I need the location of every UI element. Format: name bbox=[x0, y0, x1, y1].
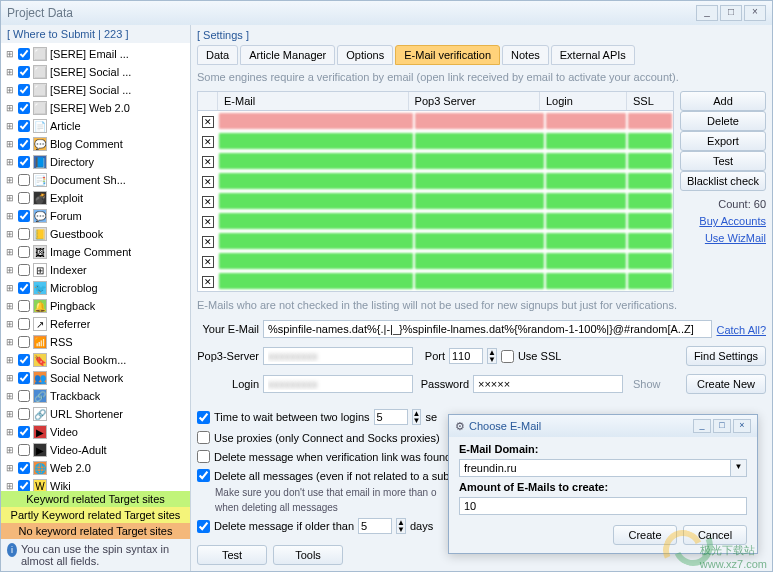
expander-icon[interactable]: ⊞ bbox=[5, 49, 15, 59]
engine-checkbox[interactable] bbox=[18, 210, 30, 222]
table-row[interactable]: ✕ bbox=[198, 131, 673, 151]
tree-item[interactable]: ⊞ W Wiki bbox=[5, 477, 188, 491]
engine-checkbox[interactable] bbox=[18, 120, 30, 132]
delete-older-spinner-icon[interactable]: ▲▼ bbox=[396, 518, 406, 534]
row-checkbox[interactable]: ✕ bbox=[202, 156, 214, 168]
tree-item[interactable]: ⊞ ⬜ [SERE] Social ... bbox=[5, 81, 188, 99]
email-table[interactable]: E-Mail Pop3 Server Login SSL ✕ ✕ ✕ ✕ ✕ ✕ bbox=[197, 91, 674, 292]
engine-checkbox[interactable] bbox=[18, 354, 30, 366]
expander-icon[interactable]: ⊞ bbox=[5, 157, 15, 167]
table-row[interactable]: ✕ bbox=[198, 171, 673, 191]
row-checkbox[interactable]: ✕ bbox=[202, 176, 214, 188]
port-spinner-icon[interactable]: ▲▼ bbox=[487, 348, 497, 364]
tree-item[interactable]: ⊞ 📶 RSS bbox=[5, 333, 188, 351]
tree-item[interactable]: ⊞ ⊞ Indexer bbox=[5, 261, 188, 279]
expander-icon[interactable]: ⊞ bbox=[5, 85, 15, 95]
engine-checkbox[interactable] bbox=[18, 228, 30, 240]
expander-icon[interactable]: ⊞ bbox=[5, 427, 15, 437]
tree-item[interactable]: ⊞ 📄 Article bbox=[5, 117, 188, 135]
row-checkbox[interactable]: ✕ bbox=[202, 216, 214, 228]
find-settings-button[interactable]: Find Settings bbox=[686, 346, 766, 366]
tree-item[interactable]: ⊞ 🔗 URL Shortener bbox=[5, 405, 188, 423]
tab-notes[interactable]: Notes bbox=[502, 45, 549, 65]
expander-icon[interactable]: ⊞ bbox=[5, 211, 15, 221]
expander-icon[interactable]: ⊞ bbox=[5, 391, 15, 401]
tree-item[interactable]: ⊞ ⬜ [SERE] Social ... bbox=[5, 63, 188, 81]
expander-icon[interactable]: ⊞ bbox=[5, 229, 15, 239]
wait-logins-checkbox[interactable] bbox=[197, 411, 210, 424]
expander-icon[interactable]: ⊞ bbox=[5, 283, 15, 293]
expander-icon[interactable]: ⊞ bbox=[5, 175, 15, 185]
engine-checkbox[interactable] bbox=[18, 138, 30, 150]
your-email-input[interactable] bbox=[263, 320, 712, 338]
expander-icon[interactable]: ⊞ bbox=[5, 373, 15, 383]
engine-checkbox[interactable] bbox=[18, 336, 30, 348]
table-row[interactable]: ✕ bbox=[198, 151, 673, 171]
delete-older-value[interactable] bbox=[358, 518, 392, 534]
tree-item[interactable]: ⊞ 💬 Blog Comment bbox=[5, 135, 188, 153]
email-domain-combo[interactable] bbox=[459, 459, 731, 477]
tree-item[interactable]: ⊞ 🖼 Image Comment bbox=[5, 243, 188, 261]
engine-tree[interactable]: ⊞ ⬜ [SERE] Email ...⊞ ⬜ [SERE] Social ..… bbox=[1, 43, 190, 491]
test-button[interactable]: Test bbox=[680, 151, 766, 171]
tab-external-apis[interactable]: External APIs bbox=[551, 45, 635, 65]
tree-item[interactable]: ⊞ 🐦 Microblog bbox=[5, 279, 188, 297]
login-input[interactable] bbox=[263, 375, 413, 393]
expander-icon[interactable]: ⊞ bbox=[5, 67, 15, 77]
tree-item[interactable]: ⊞ 📑 Document Sh... bbox=[5, 171, 188, 189]
table-row[interactable]: ✕ bbox=[198, 251, 673, 271]
expander-icon[interactable]: ⊞ bbox=[5, 301, 15, 311]
blacklist-check-button[interactable]: Blacklist check bbox=[680, 171, 766, 191]
expander-icon[interactable]: ⊞ bbox=[5, 121, 15, 131]
row-checkbox[interactable]: ✕ bbox=[202, 276, 214, 288]
expander-icon[interactable]: ⊞ bbox=[5, 445, 15, 455]
expander-icon[interactable]: ⊞ bbox=[5, 103, 15, 113]
tab-data[interactable]: Data bbox=[197, 45, 238, 65]
password-input[interactable] bbox=[473, 375, 623, 393]
tab-article-manager[interactable]: Article Manager bbox=[240, 45, 335, 65]
col-login[interactable]: Login bbox=[540, 92, 627, 110]
export-button[interactable]: Export bbox=[680, 131, 766, 151]
engine-checkbox[interactable] bbox=[18, 444, 30, 456]
expander-icon[interactable]: ⊞ bbox=[5, 355, 15, 365]
test-button[interactable]: Test bbox=[197, 545, 267, 565]
engine-checkbox[interactable] bbox=[18, 318, 30, 330]
buy-accounts-link[interactable]: Buy Accounts bbox=[680, 213, 766, 227]
tools-button[interactable]: Tools bbox=[273, 545, 343, 565]
engine-checkbox[interactable] bbox=[18, 372, 30, 384]
tree-item[interactable]: ⊞ 📘 Directory bbox=[5, 153, 188, 171]
engine-checkbox[interactable] bbox=[18, 192, 30, 204]
tree-item[interactable]: ⊞ 🔗 Trackback bbox=[5, 387, 188, 405]
engine-checkbox[interactable] bbox=[18, 246, 30, 258]
col-pop3[interactable]: Pop3 Server bbox=[409, 92, 540, 110]
use-proxies-checkbox[interactable] bbox=[197, 431, 210, 444]
table-row[interactable]: ✕ bbox=[198, 271, 673, 291]
tree-item[interactable]: ⊞ 🔔 Pingback bbox=[5, 297, 188, 315]
delete-older-checkbox[interactable] bbox=[197, 520, 210, 533]
delete-button[interactable]: Delete bbox=[680, 111, 766, 131]
dialog-close-button[interactable]: × bbox=[733, 419, 751, 433]
tree-item[interactable]: ⊞ 🔖 Social Bookm... bbox=[5, 351, 188, 369]
tab-options[interactable]: Options bbox=[337, 45, 393, 65]
tree-item[interactable]: ⊞ 👥 Social Network bbox=[5, 369, 188, 387]
port-input[interactable] bbox=[449, 348, 483, 364]
engine-checkbox[interactable] bbox=[18, 174, 30, 186]
wait-logins-spinner-icon[interactable]: ▲▼ bbox=[412, 409, 422, 425]
tree-item[interactable]: ⊞ ▶ Video-Adult bbox=[5, 441, 188, 459]
expander-icon[interactable]: ⊞ bbox=[5, 265, 15, 275]
delete-on-verify-checkbox[interactable] bbox=[197, 450, 210, 463]
row-checkbox[interactable]: ✕ bbox=[202, 236, 214, 248]
table-row[interactable]: ✕ bbox=[198, 211, 673, 231]
engine-checkbox[interactable] bbox=[18, 84, 30, 96]
tree-item[interactable]: ⊞ 🌐 Web 2.0 bbox=[5, 459, 188, 477]
dialog-minimize-button[interactable]: _ bbox=[693, 419, 711, 433]
expander-icon[interactable]: ⊞ bbox=[5, 193, 15, 203]
row-checkbox[interactable]: ✕ bbox=[202, 256, 214, 268]
close-button[interactable]: × bbox=[744, 5, 766, 21]
engine-checkbox[interactable] bbox=[18, 156, 30, 168]
row-checkbox[interactable]: ✕ bbox=[202, 136, 214, 148]
tab-e-mail-verification[interactable]: E-Mail verification bbox=[395, 45, 500, 65]
engine-checkbox[interactable] bbox=[18, 264, 30, 276]
amount-input[interactable] bbox=[459, 497, 747, 515]
pop3-input[interactable] bbox=[263, 347, 413, 365]
